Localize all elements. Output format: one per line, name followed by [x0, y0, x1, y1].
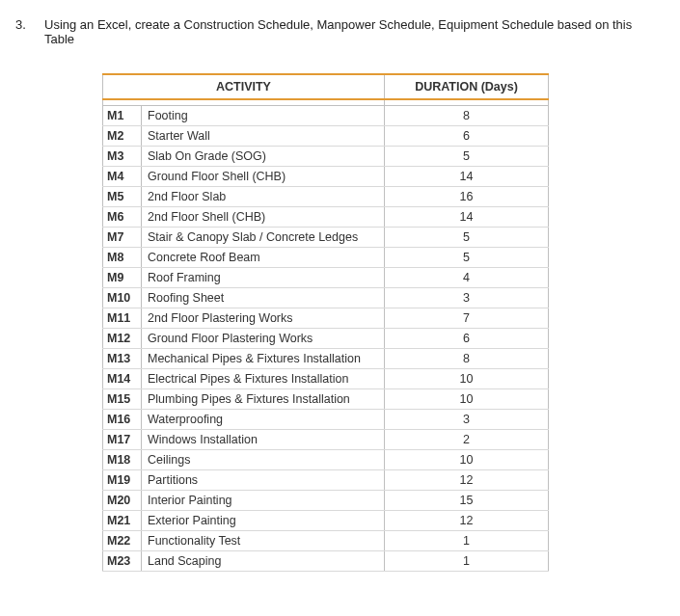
- activity-code: M16: [103, 409, 142, 429]
- question-number: 3.: [15, 17, 33, 46]
- table-row: M4Ground Floor Shell (CHB)14: [103, 166, 549, 186]
- table-header-row: ACTIVITY DURATION (Days): [103, 74, 549, 99]
- activity-name: Partitions: [142, 469, 385, 490]
- activity-name: Roofing Sheet: [142, 287, 385, 308]
- activity-code: M11: [103, 308, 142, 328]
- activity-code: M9: [103, 267, 142, 287]
- activity-code: M12: [103, 328, 142, 348]
- activity-duration: 5: [385, 146, 549, 166]
- activity-code: M7: [103, 227, 142, 247]
- activity-duration: 16: [385, 186, 549, 206]
- activity-duration: 4: [385, 267, 549, 287]
- activity-name: Stair & Canopy Slab / Concrete Ledges: [142, 227, 385, 247]
- table-row: M16Waterproofing3: [103, 409, 549, 429]
- activity-duration: 3: [385, 287, 549, 308]
- table-row: M3Slab On Grade (SOG)5: [103, 146, 549, 166]
- activity-duration: 8: [385, 348, 549, 368]
- activity-code: M1: [103, 105, 142, 125]
- table-row: M7Stair & Canopy Slab / Concrete Ledges5: [103, 227, 549, 247]
- table-row: M52nd Floor Slab16: [103, 186, 549, 206]
- activity-name: Exterior Painting: [142, 510, 385, 530]
- activity-code: M14: [103, 368, 142, 388]
- activity-duration: 12: [385, 469, 549, 490]
- activity-duration: 10: [385, 449, 549, 469]
- table-row: M8Concrete Roof Beam5: [103, 247, 549, 267]
- table-row: M21Exterior Painting12: [103, 510, 549, 530]
- activity-table: ACTIVITY DURATION (Days) M1Footing8M2Sta…: [102, 73, 549, 572]
- table-row: M112nd Floor Plastering Works7: [103, 308, 549, 328]
- activity-duration: 15: [385, 490, 549, 510]
- activity-name: Electrical Pipes & Fixtures Installation: [142, 368, 385, 388]
- activity-code: M8: [103, 247, 142, 267]
- activity-duration: 10: [385, 368, 549, 388]
- activity-name: Windows Installation: [142, 429, 385, 449]
- activity-name: Plumbing Pipes & Fixtures Installation: [142, 388, 385, 409]
- activity-name: Ground Floor Plastering Works: [142, 328, 385, 348]
- table-row: M19Partitions12: [103, 469, 549, 490]
- activity-duration: 14: [385, 166, 549, 186]
- table-row: M2Starter Wall6: [103, 125, 549, 146]
- table-row: M14Electrical Pipes & Fixtures Installat…: [103, 368, 549, 388]
- activity-duration: 1: [385, 530, 549, 550]
- activity-name: Ceilings: [142, 449, 385, 469]
- activity-code: M3: [103, 146, 142, 166]
- activity-name: Slab On Grade (SOG): [142, 146, 385, 166]
- activity-duration: 7: [385, 308, 549, 328]
- activity-code: M6: [103, 206, 142, 227]
- activity-code: M20: [103, 490, 142, 510]
- activity-code: M10: [103, 287, 142, 308]
- activity-name: Functionality Test: [142, 530, 385, 550]
- activity-code: M5: [103, 186, 142, 206]
- activity-code: M18: [103, 449, 142, 469]
- activity-duration: 1: [385, 550, 549, 571]
- activity-code: M4: [103, 166, 142, 186]
- duration-header: DURATION (Days): [385, 74, 549, 99]
- activity-duration: 5: [385, 247, 549, 267]
- activity-code: M13: [103, 348, 142, 368]
- activity-name: 2nd Floor Plastering Works: [142, 308, 385, 328]
- table-row: M18Ceilings10: [103, 449, 549, 469]
- activity-duration: 8: [385, 105, 549, 125]
- activity-name: Footing: [142, 105, 385, 125]
- activity-code: M21: [103, 510, 142, 530]
- activity-duration: 5: [385, 227, 549, 247]
- activity-code: M23: [103, 550, 142, 571]
- activity-name: Concrete Roof Beam: [142, 247, 385, 267]
- activity-duration: 3: [385, 409, 549, 429]
- activity-name: Ground Floor Shell (CHB): [142, 166, 385, 186]
- activity-duration: 2: [385, 429, 549, 449]
- activity-header: ACTIVITY: [103, 74, 385, 99]
- activity-duration: 12: [385, 510, 549, 530]
- activity-duration: 6: [385, 125, 549, 146]
- activity-name: Waterproofing: [142, 409, 385, 429]
- table-row: M20Interior Painting15: [103, 490, 549, 510]
- activity-duration: 6: [385, 328, 549, 348]
- activity-name: 2nd Floor Slab: [142, 186, 385, 206]
- table-row: M10Roofing Sheet3: [103, 287, 549, 308]
- activity-code: M17: [103, 429, 142, 449]
- table-row: M13Mechanical Pipes & Fixtures Installat…: [103, 348, 549, 368]
- table-row: M22Functionality Test1: [103, 530, 549, 550]
- question-text: Using an Excel, create a Construction Sc…: [44, 17, 665, 46]
- table-row: M12Ground Floor Plastering Works6: [103, 328, 549, 348]
- activity-name: Mechanical Pipes & Fixtures Installation: [142, 348, 385, 368]
- activity-code: M2: [103, 125, 142, 146]
- question-block: 3. Using an Excel, create a Construction…: [15, 17, 665, 46]
- activity-code: M22: [103, 530, 142, 550]
- activity-duration: 10: [385, 388, 549, 409]
- activity-name: Roof Framing: [142, 267, 385, 287]
- activity-name: Interior Painting: [142, 490, 385, 510]
- table-row: M17Windows Installation2: [103, 429, 549, 449]
- activity-code: M15: [103, 388, 142, 409]
- table-row: M9Roof Framing4: [103, 267, 549, 287]
- activity-name: Starter Wall: [142, 125, 385, 146]
- table-row: M62nd Floor Shell (CHB)14: [103, 206, 549, 227]
- activity-name: 2nd Floor Shell (CHB): [142, 206, 385, 227]
- activity-code: M19: [103, 469, 142, 490]
- table-row: M1Footing8: [103, 105, 549, 125]
- activity-duration: 14: [385, 206, 549, 227]
- table-row: M15Plumbing Pipes & Fixtures Installatio…: [103, 388, 549, 409]
- table-row: M23Land Scaping1: [103, 550, 549, 571]
- activity-name: Land Scaping: [142, 550, 385, 571]
